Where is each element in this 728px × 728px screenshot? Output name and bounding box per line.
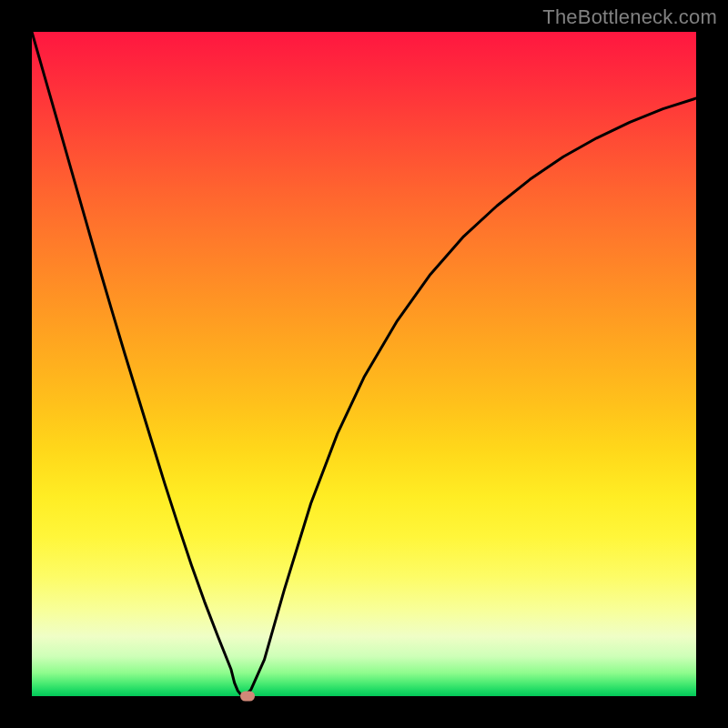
watermark-text: TheBottleneck.com — [542, 5, 717, 29]
optimum-marker — [240, 692, 255, 702]
chart-frame: TheBottleneck.com — [0, 0, 728, 728]
bottleneck-curve — [32, 32, 696, 696]
plot-area — [32, 32, 696, 696]
